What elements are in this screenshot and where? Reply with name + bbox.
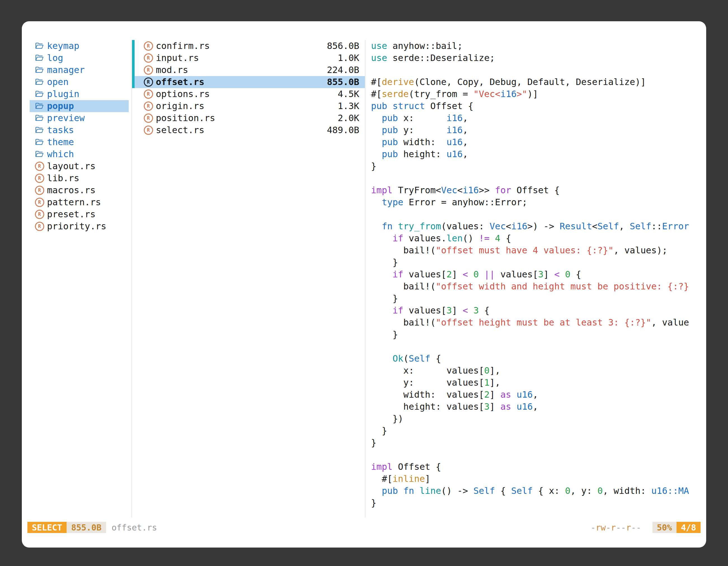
file-list: Rconfirm.rs856.0BRinput.rs1.0KRmod.rs224… — [132, 40, 365, 136]
sidebar-dir-popup[interactable]: popup — [30, 100, 129, 112]
parent-pane: keymaplogmanageropenpluginpopuppreviewta… — [22, 40, 131, 518]
entry-label: plugin — [47, 88, 79, 100]
code-line: pub struct Offset { — [371, 100, 706, 112]
entry-label: pattern.rs — [47, 196, 101, 208]
file-row-position-rs[interactable]: Rposition.rs2.0K — [132, 112, 365, 124]
file-row-origin-rs[interactable]: Rorigin.rs1.3K — [132, 100, 365, 112]
entry-label: priority.rs — [47, 220, 106, 233]
rust-file-icon: R — [144, 126, 153, 135]
file-manager-window: keymaplogmanageropenpluginpopuppreviewta… — [22, 21, 706, 548]
file-size: 4.5K — [338, 88, 359, 100]
rust-file-icon: R — [35, 162, 44, 171]
code-line: height: values[3] as u16, — [371, 401, 706, 413]
file-size: 855.0B — [327, 76, 359, 88]
folder-icon — [35, 79, 44, 86]
code-line: pub y: i16, — [371, 124, 706, 136]
file-row-select-rs[interactable]: Rselect.rs489.0B — [132, 124, 365, 136]
code-line: bail!("offset width and height must be p… — [371, 281, 706, 292]
code-line — [371, 449, 706, 461]
rust-file-icon: R — [144, 65, 153, 75]
scroll-percent-badge: 50% — [652, 522, 677, 533]
file-row-options-rs[interactable]: Roptions.rs4.5K — [132, 88, 365, 100]
entry-label: lib.rs — [47, 172, 79, 184]
code-line: #[inline] — [371, 473, 706, 485]
sidebar-dir-keymap[interactable]: keymap — [30, 40, 129, 52]
file-row-input-rs[interactable]: Rinput.rs1.0K — [132, 52, 365, 64]
rust-file-icon: R — [144, 41, 153, 51]
sidebar-file-pattern-rs[interactable]: Rpattern.rs — [30, 196, 129, 208]
code-line: pub x: i16, — [371, 112, 706, 124]
code-line: if values.len() != 4 { — [371, 233, 706, 245]
rust-file-icon: R — [144, 53, 153, 63]
file-name: input.rs — [156, 52, 338, 64]
code-line: }) — [371, 413, 706, 425]
sidebar-dir-tasks[interactable]: tasks — [30, 124, 129, 136]
file-size: 1.3K — [338, 100, 359, 112]
preview-pane: use anyhow::bail;use serde::Deserialize;… — [365, 40, 706, 518]
rust-file-icon: R — [35, 210, 44, 219]
sidebar-dir-theme[interactable]: theme — [30, 136, 129, 148]
code-line: type Error = anyhow::Error; — [371, 196, 706, 208]
code-line: width: values[2] as u16, — [371, 389, 706, 401]
scroll-progress-bar — [132, 40, 135, 88]
sidebar-file-macros-rs[interactable]: Rmacros.rs — [30, 184, 129, 196]
entry-label: log — [47, 52, 63, 64]
status-filename: offset.rs — [112, 523, 157, 532]
mode-badge: SELECT — [27, 522, 67, 533]
file-size-badge: 855.0B — [67, 522, 106, 533]
sidebar-dir-preview[interactable]: preview — [30, 112, 129, 124]
sidebar-dir-which[interactable]: which — [30, 148, 129, 160]
code-line: } — [371, 292, 706, 304]
entry-label: preset.rs — [47, 208, 95, 220]
folder-icon — [35, 55, 44, 62]
file-row-mod-rs[interactable]: Rmod.rs224.0B — [132, 64, 365, 76]
entry-label: manager — [47, 64, 85, 76]
sidebar-dir-log[interactable]: log — [30, 52, 129, 64]
file-row-confirm-rs[interactable]: Rconfirm.rs856.0B — [132, 40, 365, 52]
folder-icon — [35, 67, 44, 74]
folder-icon — [35, 151, 44, 158]
file-name: confirm.rs — [156, 40, 327, 52]
code-line: #[derive(Clone, Copy, Debug, Default, De… — [371, 76, 706, 88]
file-size: 224.0B — [327, 64, 359, 76]
entry-label: which — [47, 148, 74, 160]
sidebar-dir-plugin[interactable]: plugin — [30, 88, 129, 100]
folder-icon — [35, 43, 44, 50]
code-line: Ok(Self { — [371, 353, 706, 365]
rust-file-icon: R — [35, 174, 44, 183]
entry-label: macros.rs — [47, 184, 95, 196]
code-line: if values[2] < 0 || values[3] < 0 { — [371, 269, 706, 281]
file-row-offset-rs[interactable]: Roffset.rs855.0B — [132, 76, 365, 88]
code-line: pub width: u16, — [371, 136, 706, 148]
permissions: -rw-r--r-- — [591, 523, 641, 532]
panes: keymaplogmanageropenpluginpopuppreviewta… — [22, 21, 706, 518]
code-line: } — [371, 160, 706, 172]
code-line: y: values[1], — [371, 377, 706, 389]
code-line: bail!("offset height must be at least 3:… — [371, 316, 706, 328]
sidebar-dir-open[interactable]: open — [30, 76, 129, 88]
code-line — [371, 172, 706, 184]
entry-label: keymap — [47, 40, 79, 52]
file-name: select.rs — [156, 124, 327, 136]
code-line: impl Offset { — [371, 461, 706, 473]
sidebar-file-priority-rs[interactable]: Rpriority.rs — [30, 220, 129, 233]
sidebar-file-lib-rs[interactable]: Rlib.rs — [30, 172, 129, 184]
sidebar-dir-manager[interactable]: manager — [30, 64, 129, 76]
folder-icon — [35, 127, 44, 134]
code-line: } — [371, 425, 706, 437]
code-line: impl TryFrom<Vec<i16>> for Offset { — [371, 184, 706, 196]
entry-label: open — [47, 76, 69, 88]
rust-file-icon: R — [144, 114, 153, 123]
code-line: use serde::Deserialize; — [371, 52, 706, 64]
current-pane: Rconfirm.rs856.0BRinput.rs1.0KRmod.rs224… — [131, 40, 365, 518]
rust-file-icon: R — [144, 90, 153, 99]
file-size: 489.0B — [327, 124, 359, 136]
code-line: } — [371, 437, 706, 449]
status-right: -rw-r--r-- 50% 4/8 — [591, 522, 701, 533]
sidebar-file-preset-rs[interactable]: Rpreset.rs — [30, 208, 129, 220]
code-line: bail!("offset must have 4 values: {:?}",… — [371, 245, 706, 257]
sidebar-file-layout-rs[interactable]: Rlayout.rs — [30, 160, 129, 172]
file-name: mod.rs — [156, 64, 327, 76]
rust-file-icon: R — [35, 222, 44, 231]
code-line: #[serde(try_from = "Vec<i16>")] — [371, 88, 706, 100]
